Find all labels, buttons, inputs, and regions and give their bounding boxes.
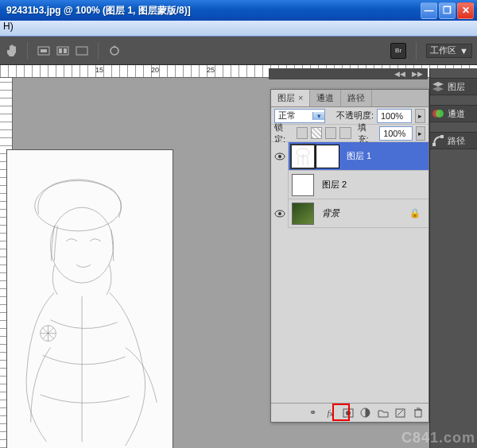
svg-rect-7 (7, 151, 173, 448)
chevron-down-icon: ▾ (312, 112, 324, 120)
window-maximize-button[interactable]: ❐ (439, 2, 456, 19)
svg-point-21 (436, 110, 444, 118)
layer-list: 图层 1 图层 2 背景 🔒 (271, 142, 429, 403)
chevron-down-icon: ▼ (460, 46, 468, 56)
dock-tab-paths[interactable]: 路径 (430, 132, 477, 149)
tab-layers[interactable]: 图层× (271, 90, 310, 106)
document-image (6, 149, 173, 448)
menu-item[interactable]: H) (3, 21, 14, 32)
blend-row: 正常 ▾ 不透明度: 100% ▸ (271, 107, 429, 125)
layers-panel: 图层× 通道 路径 正常 ▾ 不透明度: 100% ▸ 锁定: 填充: 100%… (270, 89, 429, 423)
window-title: 92431b3.jpg @ 100% (图层 1, 图层蒙版/8)] (3, 4, 421, 17)
layer-name[interactable]: 背景 (317, 207, 339, 219)
menu-bar[interactable]: H) (0, 21, 477, 37)
right-panel-dock: 图层 通道 路径 (429, 68, 477, 448)
lock-all-icon[interactable] (339, 127, 351, 139)
link-layers-icon[interactable]: ⚭ (307, 407, 319, 419)
print-size-icon[interactable] (76, 44, 88, 57)
svg-rect-23 (440, 135, 444, 138)
panel-collapse-bar[interactable]: ◀◀ ▶▶ (269, 68, 428, 79)
svg-rect-3 (59, 48, 62, 53)
tab-channels[interactable]: 通道 (310, 90, 341, 106)
visibility-toggle[interactable] (271, 171, 289, 199)
workspace-dropdown[interactable]: 工作区 ▼ (426, 44, 472, 58)
options-bar: Br 工作区 ▼ (0, 37, 477, 65)
lock-label: 锁定: (274, 122, 293, 145)
layer-mask-thumbnail[interactable] (316, 145, 339, 168)
panel-tabs: 图层× 通道 路径 (271, 90, 429, 107)
highlight-annotation (332, 404, 350, 421)
fit-screen-icon[interactable] (37, 44, 50, 57)
lock-image-icon[interactable] (311, 127, 322, 139)
close-icon[interactable]: × (298, 93, 303, 102)
actual-pixels-icon[interactable] (56, 44, 69, 57)
paths-icon (432, 134, 444, 147)
layer-row[interactable]: 背景 🔒 (271, 199, 429, 228)
svg-rect-22 (432, 143, 436, 146)
svg-point-15 (278, 212, 281, 215)
layer-row[interactable]: 图层 1 (271, 142, 429, 171)
svg-rect-1 (41, 49, 47, 52)
panel-bottom-toolbar: ⚭ fx (271, 403, 429, 422)
new-group-icon[interactable] (377, 407, 389, 419)
visibility-toggle[interactable] (271, 199, 289, 228)
opacity-slider-button[interactable]: ▸ (415, 109, 425, 123)
delete-layer-icon[interactable] (412, 407, 424, 419)
dock-tab-layers[interactable]: 图层 (430, 78, 477, 95)
svg-point-12 (278, 155, 281, 158)
workspace-label: 工作区 (430, 44, 456, 56)
layer-thumbnail[interactable] (292, 174, 314, 196)
hand-tool-icon[interactable] (5, 44, 17, 57)
layer-name[interactable]: 图层 2 (317, 179, 347, 191)
layer-name[interactable]: 图层 1 (342, 150, 371, 162)
svg-point-6 (111, 47, 118, 55)
adjustment-layer-icon[interactable] (359, 407, 371, 419)
bridge-button[interactable]: Br (390, 43, 406, 59)
window-titlebar: 92431b3.jpg @ 100% (图层 1, 图层蒙版/8)] — ❐ ✕ (0, 0, 477, 21)
layers-icon (432, 80, 444, 93)
opacity-label: 不透明度: (336, 110, 374, 122)
layer-thumbnail[interactable] (292, 145, 314, 168)
new-layer-icon[interactable] (394, 407, 406, 419)
window-close-button[interactable]: ✕ (457, 2, 474, 19)
lock-transparent-icon[interactable] (297, 127, 308, 139)
lock-row: 锁定: 填充: 100% ▸ (271, 125, 429, 142)
rotate-view-icon[interactable] (108, 44, 121, 57)
fill-input[interactable]: 100% (379, 126, 413, 141)
channels-icon (432, 107, 444, 120)
visibility-toggle[interactable] (271, 142, 289, 171)
collapse-left-icon[interactable]: ◀◀ (394, 70, 405, 78)
lock-position-icon[interactable] (325, 127, 336, 139)
fill-slider-button[interactable]: ▸ (416, 126, 425, 141)
svg-rect-5 (76, 47, 87, 55)
tab-paths[interactable]: 路径 (341, 90, 372, 106)
opacity-input[interactable]: 100% (377, 109, 412, 123)
collapse-right-icon[interactable]: ▶▶ (412, 70, 423, 78)
window-minimize-button[interactable]: — (421, 2, 437, 19)
layer-row[interactable]: 图层 2 (271, 171, 429, 199)
watermark: C841.com (401, 430, 475, 446)
svg-rect-4 (64, 48, 67, 53)
lock-icon: 🔒 (409, 208, 421, 218)
fill-label: 填充: (358, 122, 377, 145)
layer-thumbnail[interactable] (292, 203, 314, 225)
dock-tab-channels[interactable]: 通道 (430, 105, 477, 122)
